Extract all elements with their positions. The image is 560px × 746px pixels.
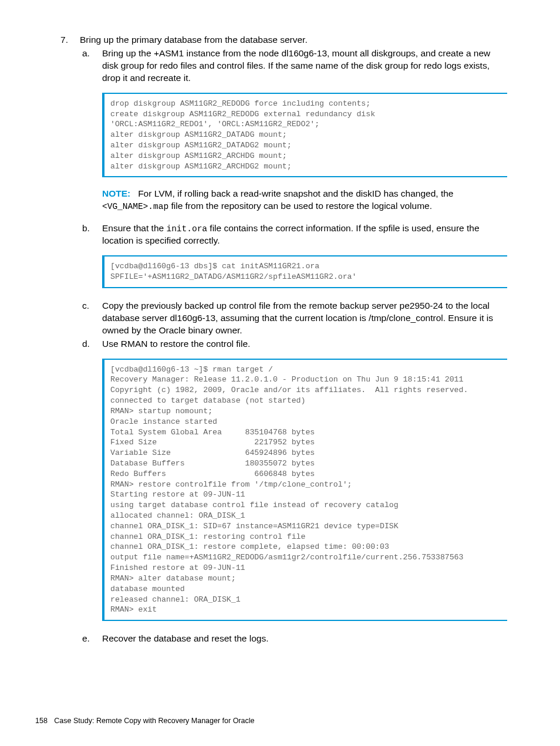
substep-text: Copy the previously backed up control fi… (102, 300, 507, 337)
substep-text: Bring up the +ASM1 instance from the nod… (102, 48, 507, 85)
step-7: 7. Bring up the primary database from th… (56, 34, 507, 646)
substep-body: Bring up the +ASM1 instance from the nod… (102, 48, 507, 221)
text-pre: Ensure that the (102, 223, 166, 233)
code-block-b: [vcdba@dl160g6-13 dbs]$ cat initASM11GR2… (102, 255, 507, 288)
substep-letter: c. (80, 300, 102, 337)
substep-d: d. Use RMAN to restore the control file.… (80, 338, 507, 632)
substep-a: a. Bring up the +ASM1 instance from the … (80, 48, 507, 221)
note-text-post: file from the repository can be used to … (168, 201, 432, 211)
substep-body: Recover the database and reset the logs. (102, 633, 507, 645)
substep-letter: e. (80, 633, 102, 645)
substep-body: Ensure that the init.ora file contains t… (102, 222, 507, 299)
substep-letter: d. (80, 338, 102, 632)
note-code: <VG_NAME>.map (102, 202, 168, 211)
page-footer: 158 Case Study: Remote Copy with Recover… (35, 716, 254, 726)
substep-letter: a. (80, 48, 102, 221)
step-content: Bring up the primary database from the d… (80, 34, 507, 646)
step-text: Bring up the primary database from the d… (80, 34, 507, 46)
note-text-pre: For LVM, if rolling back a read-write sn… (138, 188, 453, 198)
page-number: 158 (35, 717, 48, 725)
substep-body: Copy the previously backed up control fi… (102, 300, 507, 337)
substep-b: b. Ensure that the init.ora file contain… (80, 222, 507, 299)
code-block-a: drop diskgroup ASM11GR2_REDODG force inc… (102, 93, 507, 178)
step-list: 7. Bring up the primary database from th… (56, 34, 507, 646)
code-block-d: [vcdba@dl160g6-13 ~]$ rman target / Reco… (102, 359, 507, 622)
substep-text: Recover the database and reset the logs. (102, 633, 507, 645)
footer-title: Case Study: Remote Copy with Recovery Ma… (54, 717, 254, 725)
inline-code: init.ora (166, 224, 207, 234)
substep-e: e. Recover the database and reset the lo… (80, 633, 507, 645)
substep-text: Use RMAN to restore the control file. (102, 338, 507, 350)
step-number: 7. (56, 34, 80, 646)
note-label: NOTE: (102, 188, 130, 198)
substep-c: c. Copy the previously backed up control… (80, 300, 507, 337)
note-paragraph: NOTE: For LVM, if rolling back a read-wr… (102, 188, 507, 212)
substep-body: Use RMAN to restore the control file. [v… (102, 338, 507, 632)
substep-list: a. Bring up the +ASM1 instance from the … (80, 48, 507, 645)
substep-letter: b. (80, 222, 102, 299)
substep-text: Ensure that the init.ora file contains t… (102, 222, 507, 247)
